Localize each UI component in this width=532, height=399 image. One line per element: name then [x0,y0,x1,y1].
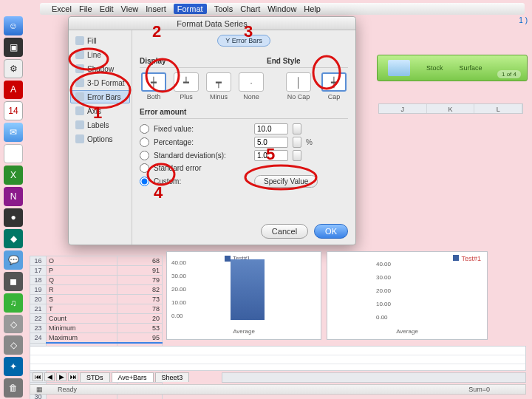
cell-A21[interactable]: T [47,304,117,314]
preview-icon[interactable]: ▤ [4,144,23,163]
app2-icon[interactable]: ◆ [4,229,23,248]
rowhead-23[interactable]: 23 [30,324,47,333]
chart-ribbon[interactable]: Stock Surface 1 of 4 [377,55,528,81]
row-18[interactable]: 18Q79 [30,276,163,285]
radio-fixed[interactable] [140,124,149,134]
app5-icon[interactable]: ◇ [4,335,23,355]
cell-B20[interactable]: 73 [117,295,162,304]
input-stdev[interactable] [254,150,288,161]
ribbon-tab-stock[interactable]: Stock [426,64,443,72]
cell-A22[interactable]: Count [47,314,117,324]
column-headers[interactable]: J K L [378,103,523,114]
input-percentage[interactable] [254,137,288,148]
cell-B17[interactable]: 91 [117,266,162,276]
menubar-tools[interactable]: Tools [214,4,233,13]
horizontal-scrollbar[interactable] [222,372,526,383]
sidebar-item-3d[interactable]: 3-D Format [70,76,130,89]
cancel-button[interactable]: Cancel [261,224,308,239]
display-none[interactable]: ·None [237,72,265,100]
display-plus[interactable]: ┷Plus [172,72,200,100]
row-19[interactable]: 19R82 [30,285,163,295]
chart-right[interactable]: Test#1 40.00 30.00 20.00 10.00 0.00 Aver… [327,251,488,340]
row-20[interactable]: 20S73 [30,295,163,304]
rowhead-21[interactable]: 21 [30,304,47,314]
mac-menubar[interactable]: Excel File Edit View Insert Format Tools… [40,3,525,15]
trash-icon[interactable]: 🗑 [4,378,23,398]
onenote-icon[interactable]: N [4,187,23,206]
tab-nav-next-icon[interactable]: ▶ [56,372,66,381]
sidebar-item-line[interactable]: Line [70,48,130,61]
row-17[interactable]: 17P91 [30,266,163,276]
sidebar-item-options[interactable]: Options [70,132,130,146]
view-normal-icon[interactable]: ▦ [36,386,43,393]
rowhead-22[interactable]: 22 [30,314,47,324]
app4-icon[interactable]: ◇ [4,315,23,334]
finder-icon[interactable]: ☺ [4,16,23,35]
cell-B19[interactable]: 82 [117,285,162,295]
row-22[interactable]: 22Count20 [30,314,163,324]
rowhead-18[interactable]: 18 [30,276,47,285]
tab-nav-prev-icon[interactable]: ◀ [44,372,55,381]
menubar-file[interactable]: File [79,4,92,13]
col-L[interactable]: L [474,104,522,113]
app-icon[interactable]: ● [4,208,23,228]
row-16[interactable]: 16O68 [30,256,163,266]
cell-A17[interactable]: P [47,266,117,276]
col-K[interactable]: K [427,104,475,113]
radio-stdev[interactable] [140,151,149,160]
sidebar-item-error-bars[interactable]: Error Bars [70,90,130,103]
empty-cells[interactable] [30,346,526,371]
ribbon-page-nav[interactable]: 1 of 4 [497,70,521,78]
radio-stderr[interactable] [140,163,149,173]
cell-B16[interactable]: 68 [117,256,162,266]
cell-B21[interactable]: 78 [117,304,162,314]
itunes-icon[interactable]: ♫ [4,293,23,313]
terminal-icon[interactable]: ▣ [4,38,23,57]
ichat-icon[interactable]: 💬 [4,250,23,270]
chart-type-thumb-icon[interactable] [388,60,410,76]
system-prefs-icon[interactable]: ⚙ [4,59,23,78]
sidebar-item-shadow[interactable]: Shadow [70,62,130,75]
tab-y-error-bars[interactable]: Y Error Bars [217,35,270,47]
tab-nav-last-icon[interactable]: ⏭ [68,372,78,381]
sidebar-item-axis[interactable]: Axis [70,104,130,117]
specify-value-button[interactable]: Specify Value [254,175,318,188]
rowhead-19[interactable]: 19 [30,285,47,295]
menubar-help[interactable]: Help [304,4,321,13]
radio-percentage[interactable] [140,137,149,147]
app3-icon[interactable]: ◼ [4,272,23,291]
menubar-chart[interactable]: Chart [240,4,260,13]
row-24[interactable]: 24Maximum95 [30,333,163,344]
rowhead-16[interactable]: 16 [30,256,47,266]
sheet-tabs[interactable]: ⏮ ◀ ▶ ⏭ STDs Ave+Bars Sheet3 [33,371,189,383]
cell-B23[interactable]: 53 [117,324,162,333]
display-minus[interactable]: ┯Minus [205,72,233,100]
adobe-reader-icon[interactable]: A [4,81,23,100]
cell-B18[interactable]: 79 [117,276,162,285]
sidebar-item-labels[interactable]: Labels [70,118,130,132]
ok-button[interactable]: OK [314,224,348,239]
endstyle-nocap[interactable]: │No Cap [284,72,313,100]
cell-A16[interactable]: O [47,256,117,266]
stepper-percentage[interactable] [293,137,301,148]
cell-B22[interactable]: 20 [117,314,162,324]
menubar-insert[interactable]: Insert [146,4,166,13]
stepper-stdev[interactable] [293,150,301,161]
col-J[interactable]: J [379,104,427,113]
stepper-fixed[interactable] [293,123,301,134]
menubar-window[interactable]: Window [267,4,296,13]
row-23[interactable]: 23Minimum53 [30,324,163,333]
input-fixed[interactable] [254,123,288,134]
cell-B24[interactable]: 95 [117,333,162,344]
display-both[interactable]: ┿Both [140,72,168,100]
sidebar-item-fill[interactable]: Fill [70,34,130,47]
menubar-format[interactable]: Format [174,4,207,14]
mail-icon[interactable]: ✉ [4,123,23,142]
radio-custom[interactable] [140,177,149,186]
menubar-app[interactable]: Excel [52,4,72,13]
cell-A23[interactable]: Minimum [47,324,117,333]
endstyle-cap[interactable]: ┿Cap [320,72,348,100]
menubar-view[interactable]: View [121,4,139,13]
cell-A18[interactable]: Q [47,276,117,285]
safari-icon[interactable]: ✦ [4,357,23,376]
